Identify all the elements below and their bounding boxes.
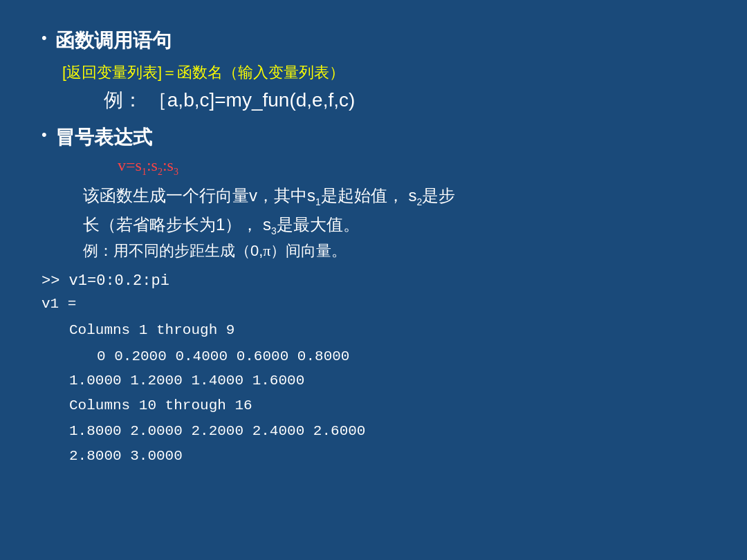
slide: • 函数调用语句 [返回变量列表]＝函数名（输入变量列表） 例： ［a,b,c]… [0, 0, 747, 560]
code-command: v1=0:0.2:pi [69, 272, 169, 290]
formula-text: v=s1:s2:s3 [118, 156, 178, 174]
bullet1-title: 函数调用语句 [55, 28, 172, 54]
bullet2-dot: • [42, 126, 47, 144]
data-row-1a: 0 0.2000 0.4000 0.6000 0.8000 [97, 345, 706, 368]
colon-formula: v=s1:s2:s3 [118, 156, 706, 178]
example-code: ［a,b,c]=my_fun(d,e,f,c) [148, 89, 356, 111]
desc-line2: 长（若省略步长为1）， s3是最大值。 [83, 212, 706, 239]
bullet1-container: • 函数调用语句 [42, 28, 706, 54]
bullet1-subcontent: [返回变量列表]＝函数名（输入变量列表） 例： ［a,b,c]=my_fun(d… [62, 62, 706, 119]
bullet1-dot: • [42, 29, 47, 47]
bullet2-example: 例：用不同的步距生成（0,π）间向量。 [83, 241, 706, 261]
bullet1-example: 例： ［a,b,c]=my_fun(d,e,f,c) [104, 87, 706, 113]
data-row-2b: 2.8000 3.0000 [69, 445, 706, 468]
bullet2-subcontent: v=s1:s2:s3 该函数生成一个行向量v，其中s1是起始值， s2是步 长（… [62, 156, 706, 267]
output-block: v1 = Columns 1 through 9 0 0.2000 0.4000… [42, 292, 706, 469]
columns2-header: Columns 10 through 16 [69, 394, 706, 418]
v1-equals: v1 = [42, 292, 706, 316]
prompt-symbol: >> [42, 272, 59, 290]
columns1-header: Columns 1 through 9 [69, 319, 706, 342]
example-prefix: 例： [104, 89, 142, 111]
bullet2-title: 冒号表达式 [55, 124, 152, 151]
syntax-label: [返回变量列表]＝函数名（输入变量列表） [62, 62, 706, 83]
desc-line1: 该函数生成一个行向量v，其中s1是起始值， s2是步 [83, 183, 706, 209]
code-command-line: >> v1=0:0.2:pi [42, 272, 706, 290]
bullet2-container: • 冒号表达式 [42, 124, 706, 151]
data-row-1b: 1.0000 1.2000 1.4000 1.6000 [69, 369, 706, 393]
data-row-2a: 1.8000 2.0000 2.2000 2.4000 2.6000 [69, 420, 706, 443]
